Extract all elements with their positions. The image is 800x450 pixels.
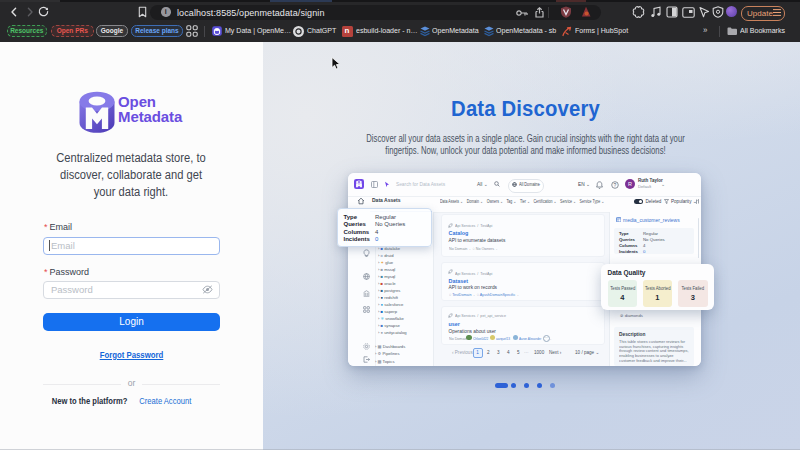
svg-text:?: ? [613, 181, 616, 187]
